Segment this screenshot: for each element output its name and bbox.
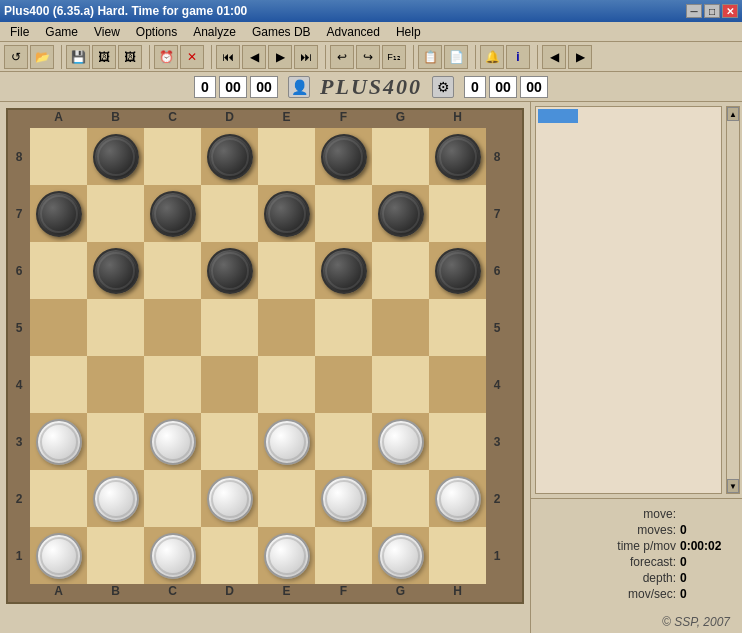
menu-help[interactable]: Help (388, 24, 429, 40)
toolbar-fwd[interactable]: ▶ (568, 45, 592, 69)
piece-black-8F[interactable] (321, 134, 367, 180)
cell-1G[interactable] (372, 527, 429, 584)
piece-white-3A[interactable] (36, 419, 82, 465)
cell-5E[interactable] (258, 299, 315, 356)
cell-6F[interactable] (315, 242, 372, 299)
toolbar-next[interactable]: ▶ (268, 45, 292, 69)
cell-7A[interactable] (30, 185, 87, 242)
piece-black-6F[interactable] (321, 248, 367, 294)
toolbar-back[interactable]: ◀ (542, 45, 566, 69)
piece-black-7E[interactable] (264, 191, 310, 237)
piece-white-3G[interactable] (378, 419, 424, 465)
cell-5H[interactable] (429, 299, 486, 356)
cell-8F[interactable] (315, 128, 372, 185)
cell-5G[interactable] (372, 299, 429, 356)
piece-white-1E[interactable] (264, 533, 310, 579)
menu-options[interactable]: Options (128, 24, 185, 40)
cell-8G[interactable] (372, 128, 429, 185)
scrollbar[interactable]: ▲ ▼ (726, 106, 740, 494)
cell-1H[interactable] (429, 527, 486, 584)
menu-file[interactable]: File (2, 24, 37, 40)
cell-1F[interactable] (315, 527, 372, 584)
cell-2H[interactable] (429, 470, 486, 527)
cell-4A[interactable] (30, 356, 87, 413)
cell-3B[interactable] (87, 413, 144, 470)
cell-6E[interactable] (258, 242, 315, 299)
menu-advanced[interactable]: Advanced (319, 24, 388, 40)
piece-black-8D[interactable] (207, 134, 253, 180)
cell-6B[interactable] (87, 242, 144, 299)
toolbar-open[interactable]: 📂 (30, 45, 54, 69)
piece-white-3C[interactable] (150, 419, 196, 465)
menu-analyze[interactable]: Analyze (185, 24, 244, 40)
cell-3F[interactable] (315, 413, 372, 470)
cell-1A[interactable] (30, 527, 87, 584)
cell-7D[interactable] (201, 185, 258, 242)
piece-black-6H[interactable] (435, 248, 481, 294)
cell-4G[interactable] (372, 356, 429, 413)
cell-6C[interactable] (144, 242, 201, 299)
piece-black-7G[interactable] (378, 191, 424, 237)
toolbar-paste[interactable]: 📄 (444, 45, 468, 69)
toolbar-save2[interactable]: 🖼 (92, 45, 116, 69)
cell-3G[interactable] (372, 413, 429, 470)
cell-2F[interactable] (315, 470, 372, 527)
scroll-up-button[interactable]: ▲ (727, 107, 739, 121)
cell-8H[interactable] (429, 128, 486, 185)
cell-7F[interactable] (315, 185, 372, 242)
piece-white-1C[interactable] (150, 533, 196, 579)
cell-3A[interactable] (30, 413, 87, 470)
piece-white-1A[interactable] (36, 533, 82, 579)
cell-7B[interactable] (87, 185, 144, 242)
cell-4C[interactable] (144, 356, 201, 413)
piece-white-2F[interactable] (321, 476, 367, 522)
cell-7C[interactable] (144, 185, 201, 242)
piece-white-1G[interactable] (378, 533, 424, 579)
minimize-button[interactable]: ─ (686, 4, 702, 18)
cell-2G[interactable] (372, 470, 429, 527)
toolbar-new[interactable]: ↺ (4, 45, 28, 69)
cell-2B[interactable] (87, 470, 144, 527)
scroll-down-button[interactable]: ▼ (727, 479, 739, 493)
toolbar-copy[interactable]: 📋 (418, 45, 442, 69)
cell-8A[interactable] (30, 128, 87, 185)
piece-black-7A[interactable] (36, 191, 82, 237)
toolbar-f12[interactable]: F₁₂ (382, 45, 406, 69)
piece-black-6B[interactable] (93, 248, 139, 294)
piece-black-7C[interactable] (150, 191, 196, 237)
toolbar-stop[interactable]: ✕ (180, 45, 204, 69)
cell-4E[interactable] (258, 356, 315, 413)
cell-1D[interactable] (201, 527, 258, 584)
cell-6H[interactable] (429, 242, 486, 299)
cell-3D[interactable] (201, 413, 258, 470)
menu-game[interactable]: Game (37, 24, 86, 40)
cell-8D[interactable] (201, 128, 258, 185)
cell-3H[interactable] (429, 413, 486, 470)
toolbar-redo[interactable]: ↪ (356, 45, 380, 69)
cell-3C[interactable] (144, 413, 201, 470)
piece-white-2D[interactable] (207, 476, 253, 522)
cell-8B[interactable] (87, 128, 144, 185)
menu-games-db[interactable]: Games DB (244, 24, 319, 40)
cell-1C[interactable] (144, 527, 201, 584)
cell-2A[interactable] (30, 470, 87, 527)
cell-2D[interactable] (201, 470, 258, 527)
cell-2E[interactable] (258, 470, 315, 527)
cell-2C[interactable] (144, 470, 201, 527)
toolbar-undo[interactable]: ↩ (330, 45, 354, 69)
cell-7H[interactable] (429, 185, 486, 242)
toolbar-next-all[interactable]: ⏭ (294, 45, 318, 69)
cell-7E[interactable] (258, 185, 315, 242)
cell-6D[interactable] (201, 242, 258, 299)
toolbar-info[interactable]: i (506, 45, 530, 69)
cell-1E[interactable] (258, 527, 315, 584)
toolbar-img[interactable]: 🖼 (118, 45, 142, 69)
piece-white-2B[interactable] (93, 476, 139, 522)
toolbar-prev[interactable]: ◀ (242, 45, 266, 69)
piece-white-3E[interactable] (264, 419, 310, 465)
cell-7G[interactable] (372, 185, 429, 242)
cell-4F[interactable] (315, 356, 372, 413)
piece-black-8H[interactable] (435, 134, 481, 180)
cell-5C[interactable] (144, 299, 201, 356)
piece-white-2H[interactable] (435, 476, 481, 522)
